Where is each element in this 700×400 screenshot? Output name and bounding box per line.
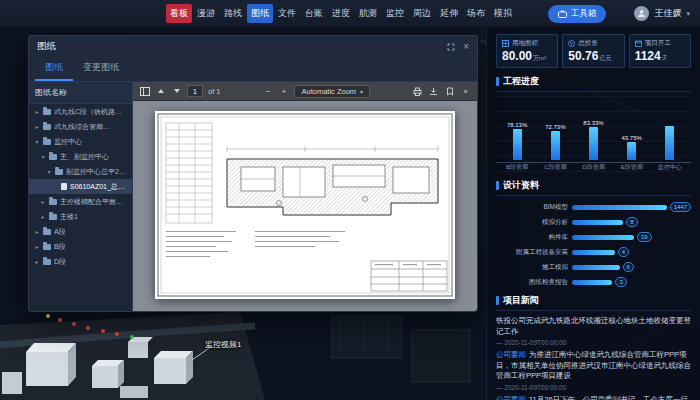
nav-item-monitoring[interactable]: 监控 [382,4,408,23]
nav-item-progress[interactable]: 进度 [328,4,354,23]
zoom-select[interactable]: Automatic Zoom ▾ [294,85,370,98]
tree-item-folder[interactable]: ▸主楼1 [29,209,132,224]
tree-item-folder[interactable]: ▾监控中心 [29,134,132,149]
document-icon [61,183,67,190]
bar-category-label: C段管廊 [544,163,566,172]
tree-item-folder[interactable]: ▾主、副监控中心 [29,149,132,164]
nav-item-roam[interactable]: 漫游 [193,4,219,23]
progress-bar [589,127,598,160]
nav-item-files[interactable]: 文件 [274,4,300,23]
bar-value-label: 78.13% [507,122,527,128]
design-row: 构件库19 [496,232,691,242]
stat-unit: 天 [662,55,668,61]
drawing-modal: 图纸 × 图纸 变更图纸 图纸名称 ▸武九线C段（铁机路…▸武九线综合管廊…▾监… [28,35,478,312]
stat-unit: 亿元 [599,55,611,61]
more-tools-icon[interactable]: » [460,85,471,98]
nav-item-route[interactable]: 路线 [220,4,246,23]
nav-item-site-layout[interactable]: 场布 [463,4,489,23]
design-row: BIM模型1447 [496,202,691,212]
news-item[interactable]: 公司要闻11月26日下午，公司党委副书记、工会主席一行赴武九线综合管廊项目调研 [496,395,691,400]
chevron-right-icon[interactable]: ▸ [34,258,40,265]
fullscreen-icon[interactable] [447,43,455,51]
page-count-label: of 1 [208,87,221,96]
chevron-right-icon[interactable]: ▸ [34,228,40,235]
design-bar [572,280,612,285]
zoom-in-icon[interactable]: + [278,85,289,98]
chevron-right-icon[interactable]: ▸ [34,123,40,130]
stat-value: 50.76 [568,49,598,63]
nav-item-simulation[interactable]: 模拟 [490,4,516,23]
page-number-input[interactable] [187,85,203,97]
sidebar-toggle-icon[interactable] [139,85,150,98]
nav-items: 看板漫游路线图纸文件台账进度航测监控周边延伸场布模拟 [166,4,516,23]
folder-icon [49,199,57,205]
zoom-label: Automatic Zoom [301,87,356,96]
folder-icon [55,169,63,175]
nav-item-drawings[interactable]: 图纸 [247,4,273,23]
folder-icon [49,154,57,160]
news-item[interactable]: 铁投公司完成武九铁路北环线搬迁核心地块土地收储变更登记工作— 2020-11-0… [496,316,691,346]
folder-icon [43,109,51,115]
chevron-down-icon[interactable]: ▾ [34,138,40,145]
land-area-icon [502,40,509,47]
user-menu[interactable]: 王佳媛 ▾ [634,6,690,21]
tree-item-folder[interactable]: ▸B段 [29,239,132,254]
nav-item-ledger[interactable]: 台账 [301,4,327,23]
tree-item-folder[interactable]: ▸主控楼精配合平面… [29,194,132,209]
toolbox-button[interactable]: 工具箱 [548,5,607,23]
tab-changed-drawings[interactable]: 变更图纸 [73,57,129,81]
bookmark-icon[interactable] [444,85,455,98]
chevron-right-icon[interactable]: ▸ [40,198,46,205]
tree-item-folder[interactable]: ▸武九线C段（铁机路… [29,104,132,119]
start-days-icon [635,40,642,47]
news-item[interactable]: 公司要闻为推进江南中心绿道武九线综合管廊工程PPP项目，市属相关单位协同推进武汉… [496,350,691,391]
chevron-right-icon[interactable]: ▸ [34,243,40,250]
design-bar [572,235,634,240]
tree-item-folder[interactable]: ▸A段 [29,224,132,239]
tree-item-folder[interactable]: ▸武九线综合管廊… [29,119,132,134]
tree-item-label: 副监控中心总平2019… [66,167,129,177]
chevron-down-icon: ▾ [360,88,363,95]
tree-item-label: B段 [54,242,66,252]
section-accent [496,77,499,86]
stat-label: 项目开工 [645,39,671,48]
tree-item-folder[interactable]: ▾副监控中心总平2019… [29,164,132,179]
design-label: 模拟分析 [496,218,568,227]
modal-titlebar: 图纸 × [29,36,477,57]
map-video-label[interactable]: 监控视频1 [205,339,241,350]
tree-item-folder[interactable]: ▸D段 [29,254,132,269]
zoom-out-icon[interactable]: − [262,85,273,98]
bar-value-label: 43.75% [622,135,642,141]
tree-item-file[interactable]: S0610AZ01_总平… [29,179,132,194]
next-page-button[interactable] [171,85,182,98]
tab-drawings[interactable]: 图纸 [35,57,73,81]
download-icon[interactable] [428,85,439,98]
tree-item-label: 主楼1 [60,212,78,222]
design-label: 施工模拟 [496,263,568,272]
section-title: 项目新闻 [503,294,539,307]
news-date: — 2020-11-09T00:00:00 [496,384,691,391]
nav-item-kanban[interactable]: 看板 [166,4,192,23]
pdf-canvas[interactable] [133,101,477,311]
design-row: 施工模拟6 [496,262,691,272]
chevron-down-icon[interactable]: ▾ [40,153,46,160]
nav-item-aerial-survey[interactable]: 航测 [355,4,381,23]
design-count-badge: 1447 [670,202,691,212]
progress-bar-group: 72.73%C段管廊 [536,96,574,172]
design-bar [572,265,620,270]
nav-item-periphery[interactable]: 周边 [409,4,435,23]
previous-page-button[interactable] [155,85,166,98]
design-label: 附属工程设备安装 [496,248,568,257]
drawing-tree-panel: 图纸名称 ▸武九线C段（铁机路…▸武九线综合管廊…▾监控中心▾主、副监控中心▾副… [29,82,133,311]
chevron-right-icon[interactable]: ▸ [34,108,40,115]
close-icon[interactable]: × [463,42,469,52]
tree-list: ▸武九线C段（铁机路…▸武九线综合管廊…▾监控中心▾主、副监控中心▾副监控中心总… [29,104,132,311]
print-icon[interactable] [412,85,423,98]
folder-icon [43,139,51,145]
design-list: BIM模型1447模拟分析8构件库19附属工程设备安装4施工模拟6图纸检查报告3 [496,202,691,287]
stat-value: 1124 [635,49,661,63]
chevron-down-icon[interactable]: ▾ [46,168,52,175]
chevron-right-icon[interactable]: ▸ [40,213,46,220]
nav-item-extension[interactable]: 延伸 [436,4,462,23]
stat-card-start-days: 项目开工 1124天 [629,34,691,68]
